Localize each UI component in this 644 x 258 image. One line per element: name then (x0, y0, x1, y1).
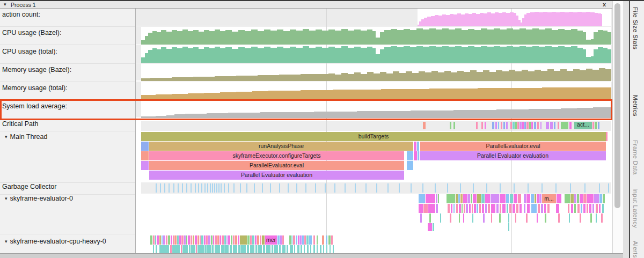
trace-slice[interactable] (477, 204, 478, 213)
trace-slice[interactable] (460, 194, 463, 203)
trace-slice[interactable] (320, 245, 321, 253)
trace-slice[interactable] (538, 204, 540, 213)
trace-slice[interactable] (495, 122, 497, 129)
trace-slice[interactable] (453, 204, 455, 213)
trace-slice[interactable] (456, 194, 458, 203)
trace-slice[interactable] (503, 122, 505, 129)
trace-slice[interactable] (524, 122, 526, 129)
trace-slice[interactable] (272, 245, 273, 253)
trace-slice[interactable] (462, 204, 463, 213)
trace-slice[interactable] (554, 122, 555, 129)
trace-slice[interactable] (211, 235, 213, 245)
trace-slice[interactable] (513, 122, 515, 129)
trace-slice[interactable] (238, 245, 240, 253)
trace-slice[interactable] (565, 194, 570, 203)
trace-slice[interactable] (419, 204, 423, 213)
trace-slice[interactable] (173, 235, 174, 245)
trace-slice[interactable] (419, 194, 425, 203)
trace-slice[interactable] (599, 194, 602, 203)
trace-slice[interactable] (304, 245, 305, 253)
trace-slice[interactable] (496, 204, 499, 213)
trace-slice[interactable] (328, 235, 331, 245)
trace-slice[interactable] (150, 235, 152, 245)
trace-slice[interactable] (583, 194, 587, 203)
trace-slice[interactable] (483, 213, 485, 223)
vertical-scrollbar[interactable] (612, 1, 624, 253)
trace-slice[interactable] (594, 194, 599, 203)
trace-slice[interactable] (141, 161, 149, 170)
trace-slice[interactable] (301, 245, 302, 253)
trace-slice[interactable] (501, 122, 502, 129)
trace-slice[interactable] (570, 194, 574, 203)
trace-slice[interactable] (481, 122, 483, 129)
trace-slice[interactable] (298, 235, 299, 245)
trace-slice[interactable] (541, 204, 543, 213)
trace-slice[interactable] (407, 161, 413, 170)
trace-slice[interactable] (224, 235, 226, 245)
trace-slice[interactable] (498, 122, 499, 129)
trace-slice[interactable] (515, 122, 517, 129)
trace-slice[interactable] (230, 245, 232, 253)
trace-slice[interactable] (556, 204, 559, 213)
main-thread-row-2[interactable]: skyframeExecutor.configureTargetsParalle… (141, 151, 606, 160)
trace-slice[interactable] (535, 194, 536, 203)
trace-slice[interactable] (414, 151, 417, 160)
trace-slice[interactable] (508, 223, 509, 231)
trace-slice[interactable] (473, 194, 477, 203)
tab-metrics[interactable]: Metrics (632, 95, 639, 116)
trace-slice[interactable] (529, 122, 531, 129)
trace-slice[interactable] (195, 235, 197, 245)
trace-slice[interactable] (240, 235, 247, 245)
trace-slice[interactable] (469, 204, 471, 213)
tab-alerts[interactable]: Alerts (632, 241, 639, 258)
trace-slice[interactable] (601, 213, 603, 223)
trace-slice[interactable] (166, 235, 167, 245)
trace-slice[interactable] (322, 235, 324, 245)
trace-slice[interactable] (485, 194, 490, 203)
trace-slice[interactable] (539, 194, 541, 203)
trace-slice[interactable] (506, 122, 508, 129)
trace-slice[interactable] (235, 235, 237, 245)
trace-slice[interactable] (418, 151, 419, 160)
trace-slice[interactable] (255, 235, 257, 245)
trace-slice[interactable] (524, 204, 525, 213)
trace-slice[interactable] (181, 235, 184, 245)
trace-slice[interactable] (201, 235, 203, 245)
trace-slice[interactable] (458, 194, 460, 203)
main-thread-row-4[interactable]: Parallel Evaluator evaluation (149, 171, 404, 180)
trace-slice[interactable] (450, 122, 451, 129)
trace-slice[interactable] (464, 204, 465, 213)
trace-slice[interactable] (291, 235, 292, 245)
trace-slice[interactable] (537, 194, 539, 203)
trace-slice[interactable] (513, 204, 515, 213)
trace-slice[interactable] (592, 204, 594, 213)
trace-slice[interactable] (162, 235, 163, 245)
trace-slice[interactable] (546, 122, 549, 129)
trace-slice[interactable] (451, 204, 452, 213)
trace-slice[interactable] (502, 204, 506, 213)
trace-slice[interactable] (481, 194, 485, 203)
trace-slice[interactable] (266, 245, 270, 253)
trace-slice[interactable] (279, 245, 281, 253)
trace-slice[interactable] (526, 194, 530, 203)
trace-slice[interactable] (255, 245, 257, 253)
trace-slice[interactable] (522, 122, 524, 129)
trace-slice[interactable] (191, 235, 192, 245)
trace-slice[interactable] (247, 245, 249, 253)
trace-slice[interactable] (174, 235, 177, 245)
trace-slice[interactable] (472, 213, 473, 223)
trace-slice[interactable] (260, 235, 261, 245)
trace-slice[interactable] (485, 122, 486, 129)
trace-slice[interactable] (477, 194, 481, 203)
trace-slice[interactable] (299, 235, 302, 245)
trace-slice[interactable] (606, 132, 608, 141)
trace-slice[interactable] (500, 204, 501, 213)
trace-slice[interactable] (534, 122, 536, 129)
trace-slice[interactable] (215, 235, 217, 245)
trace-slice[interactable] (213, 235, 214, 245)
trace-slice[interactable] (515, 213, 516, 223)
trace-slice[interactable] (598, 122, 599, 129)
trace-slice[interactable] (155, 235, 156, 245)
trace-slice[interactable] (289, 235, 291, 245)
trace-slice[interactable] (290, 245, 293, 253)
